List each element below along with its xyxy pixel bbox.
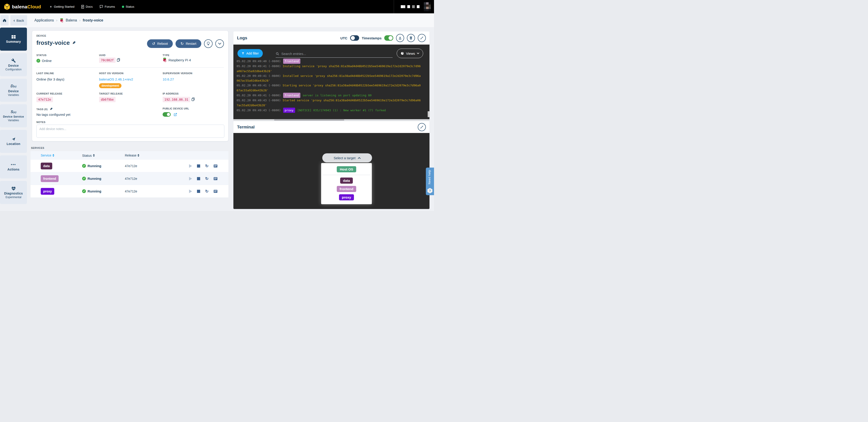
identify-device-button[interactable] xyxy=(204,39,213,48)
target-option-frontend[interactable]: frontend xyxy=(337,186,356,192)
copy-ip-button[interactable] xyxy=(191,98,195,102)
chevron-left-icon: ‹ xyxy=(13,18,15,22)
public-device-url-label: PUBLIC DEVICE URL xyxy=(163,107,189,110)
chevron-up-icon xyxy=(358,157,361,159)
services-table: Service Status Release data ✓Running 47e… xyxy=(31,151,228,198)
restart-service-button[interactable]: ↻ xyxy=(205,189,209,193)
log-lines: 05.02.20 09:49:40 (-0800) frontend 05.02… xyxy=(237,59,425,113)
copy-uuid-button[interactable] xyxy=(117,59,120,62)
target-option-host-os[interactable]: Host OS xyxy=(337,166,356,172)
sort-by-status[interactable]: Status xyxy=(82,154,95,157)
clear-logs-button[interactable] xyxy=(407,34,415,42)
balena-cloud-logo[interactable]: balenaCloud xyxy=(0,3,41,10)
sort-by-release[interactable]: Release xyxy=(125,154,179,157)
log-line: 05.02.20 09:49:41 (-0800) Starting servi… xyxy=(237,83,425,88)
select-target-button[interactable]: Select a target xyxy=(322,153,372,162)
logs-search-input[interactable]: Search entries... xyxy=(276,50,393,58)
log-line: 05.02.20 09:49:41 (-0800) Installing ser… xyxy=(237,64,425,68)
service-logs-button[interactable] xyxy=(214,164,218,168)
external-link-icon[interactable] xyxy=(174,113,177,117)
question-mark-icon: ? xyxy=(428,188,432,193)
restart-icon: ↻ xyxy=(181,42,184,46)
stop-service-button[interactable] xyxy=(197,177,200,180)
nav-docs[interactable]: Docs xyxy=(81,5,93,8)
utc-toggle[interactable] xyxy=(350,35,359,41)
timestamps-toggle[interactable] xyxy=(384,35,393,41)
host-os-version-link[interactable]: balenaOS 2.46.1+rev2 xyxy=(99,77,133,81)
sort-by-service[interactable]: Service xyxy=(41,154,82,157)
sidebar-sublabel: Experimental xyxy=(5,195,21,199)
log-service-badge: proxy xyxy=(283,108,295,113)
nav-forums[interactable]: Forums xyxy=(99,5,115,8)
sidebar-label: Device xyxy=(8,64,19,67)
expand-terminal-button[interactable] xyxy=(418,123,426,131)
log-service-badge: frontend xyxy=(283,59,301,64)
start-service-button[interactable] xyxy=(189,164,192,168)
sidebar-label: Device Service xyxy=(3,115,24,118)
back-button[interactable]: ‹ Back xyxy=(10,15,27,26)
sidebar-label: Location xyxy=(6,142,20,146)
log-line: 05.02.20 09:49:43 (-0800) proxy [NOTICE]… xyxy=(237,108,425,113)
download-logs-button[interactable] xyxy=(396,34,404,42)
start-service-button[interactable] xyxy=(189,177,192,180)
notes-label: NOTES xyxy=(36,121,45,123)
sort-arrows-icon xyxy=(137,154,139,157)
document-icon xyxy=(81,5,84,8)
svg-text:4: 4 xyxy=(62,21,63,22)
target-option-proxy[interactable]: proxy xyxy=(339,194,354,200)
edit-tags-icon[interactable]: ✎ xyxy=(50,107,53,111)
home-button[interactable] xyxy=(0,15,9,26)
logs-horizontal-scrollbar[interactable] xyxy=(274,119,344,121)
need-help-tab[interactable]: Need help ? xyxy=(426,168,434,195)
expand-logs-button[interactable] xyxy=(418,34,426,42)
sidebar-item-summary[interactable]: Summary xyxy=(0,28,27,51)
more-actions-button[interactable] xyxy=(215,39,224,48)
logs-console: Add filter Search entries... Views 05.02… xyxy=(234,44,430,120)
download-icon xyxy=(398,36,402,40)
add-filter-button[interactable]: Add filter xyxy=(238,49,263,58)
target-option-data[interactable]: data xyxy=(340,178,353,184)
header-user-area xyxy=(401,0,434,13)
service-logs-button[interactable] xyxy=(214,189,218,193)
edit-device-name-icon[interactable]: ✎ xyxy=(72,40,75,45)
sidebar-label: Summary xyxy=(6,40,21,43)
service-logs-button[interactable] xyxy=(214,177,218,180)
redacted-nav-item xyxy=(401,5,403,8)
sidebar-item-actions[interactable]: ••• Actions xyxy=(0,155,27,178)
sidebar-item-device-variables[interactable]: D(x) Device Variables xyxy=(0,79,27,102)
sidebar-item-diagnostics[interactable]: Diagnostics Experimental xyxy=(0,181,27,204)
reboot-button[interactable]: ↺ Reboot xyxy=(147,39,173,48)
logs-vertical-scrollbar[interactable] xyxy=(428,111,430,117)
sidebar-label: Device xyxy=(8,89,19,93)
stop-service-button[interactable] xyxy=(197,190,200,193)
restart-service-button[interactable]: ↻ xyxy=(205,177,209,181)
sidebar-item-device-service-variables[interactable]: S(x) Device Service Variables xyxy=(0,104,27,127)
brand-name: balenaCloud xyxy=(12,4,41,9)
restart-service-button[interactable]: ↻ xyxy=(205,164,209,168)
lightbulb-icon xyxy=(206,41,210,46)
public-url-toggle[interactable] xyxy=(163,112,171,117)
divider xyxy=(36,67,224,68)
restart-button[interactable]: ↻ Restart xyxy=(176,39,201,48)
device-notes-input[interactable] xyxy=(36,125,224,138)
breadcrumb-applications[interactable]: Applications xyxy=(34,18,54,22)
home-icon xyxy=(2,18,6,22)
current-release-label: CURRENT RELEASE xyxy=(36,92,62,95)
nav-getting-started[interactable]: Getting Started xyxy=(50,5,74,8)
avatar[interactable] xyxy=(424,2,431,11)
breadcrumb-balena[interactable]: Balena xyxy=(66,18,77,22)
sidebar-item-location[interactable]: Location xyxy=(0,130,27,153)
sidebar: Summary Device Configuration D(x) Device… xyxy=(0,28,27,207)
logs-horizontal-scrollbar-track xyxy=(234,119,430,121)
service-badge: data xyxy=(41,162,52,170)
sidebar-item-device-configuration[interactable]: Device Configuration xyxy=(0,53,27,76)
development-badge: development xyxy=(99,83,121,88)
nav-status[interactable]: Status xyxy=(122,5,134,8)
log-line: a067ac55a92d6e43b28' xyxy=(237,69,425,73)
stop-service-button[interactable] xyxy=(197,164,200,168)
views-button[interactable]: Views xyxy=(397,49,423,58)
chevron-down-icon xyxy=(417,53,419,54)
wrench-icon xyxy=(11,58,16,63)
balena-cube-icon xyxy=(4,3,10,10)
start-service-button[interactable] xyxy=(189,189,192,193)
